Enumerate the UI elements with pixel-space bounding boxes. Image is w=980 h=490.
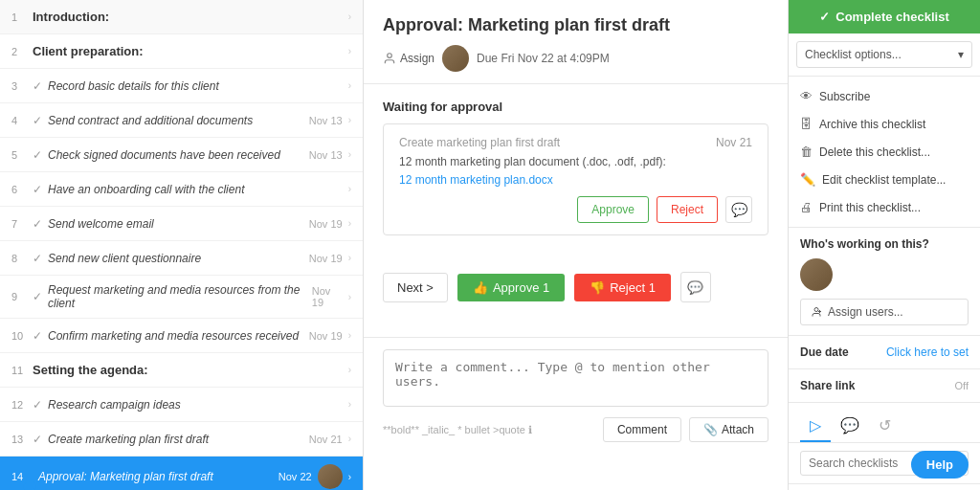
comment-toolbar: **bold** _italic_ * bullet >quote ℹ Comm… bbox=[383, 417, 768, 442]
who-section: Who's working on this? Assign users... bbox=[789, 228, 980, 336]
menu-item-icon: 🗄 bbox=[800, 117, 813, 131]
sidebar-item-4[interactable]: 4✓Send contract and additional documents… bbox=[0, 103, 363, 138]
sidebar-item-12[interactable]: 12✓Research campaign ideas› bbox=[0, 388, 363, 422]
chevron-down-icon: ▾ bbox=[958, 48, 964, 61]
sidebar-item-6[interactable]: 6✓Have an onboarding call with the clien… bbox=[0, 172, 363, 207]
help-button[interactable]: Help bbox=[911, 451, 969, 479]
waiting-title: Waiting for approval bbox=[383, 100, 768, 114]
main-header: Approval: Marketing plan first draft Ass… bbox=[364, 0, 788, 84]
format-hint: **bold** _italic_ * bullet >quote ℹ bbox=[383, 424, 532, 436]
reject-main-button[interactable]: 👎 Reject 1 bbox=[574, 274, 671, 301]
user-plus-icon bbox=[811, 306, 822, 318]
tab-history[interactable]: ↺ bbox=[869, 411, 901, 442]
item-label: Research campaign ideas bbox=[48, 398, 181, 412]
panel-menu-item-3[interactable]: ✏️Edit checklist template... bbox=[789, 166, 980, 193]
tab-comments[interactable]: 💬 bbox=[831, 411, 869, 442]
item-label: Setting the agenda: bbox=[33, 363, 148, 377]
sidebar-item-3[interactable]: 3✓Record basic details for this client› bbox=[0, 69, 363, 103]
item-date: Nov 13 bbox=[309, 149, 343, 161]
comment-actions: Comment 📎 Attach bbox=[603, 417, 768, 442]
share-off-value: Off bbox=[955, 380, 969, 391]
sidebar-item-9[interactable]: 9✓Request marketing and media resources … bbox=[0, 276, 363, 319]
item-date: Nov 19 bbox=[309, 330, 343, 342]
tab-activity[interactable]: ▷ bbox=[800, 411, 831, 442]
task-sidebar: 1Introduction:›2Client preparation:›3✓Re… bbox=[0, 0, 364, 490]
item-date: Nov 22 bbox=[278, 471, 312, 482]
comment-submit-button[interactable]: Comment bbox=[603, 417, 681, 442]
check-icon: ✓ bbox=[33, 148, 42, 162]
thumbs-up-icon: 👍 bbox=[473, 280, 488, 295]
comment-main-button[interactable]: 💬 bbox=[680, 272, 711, 302]
due-date-label: Due date bbox=[800, 345, 849, 359]
sidebar-item-5[interactable]: 5✓Check signed documents have been recei… bbox=[0, 138, 363, 172]
chevron-right-icon: › bbox=[348, 472, 351, 482]
panel-menu-item-2[interactable]: 🗑Delete this checklist... bbox=[789, 138, 980, 166]
main-content: Approval: Marketing plan first draft Ass… bbox=[364, 0, 789, 490]
menu-item-label: Delete this checklist... bbox=[819, 145, 930, 159]
item-number: 10 bbox=[11, 330, 33, 342]
sidebar-item-13[interactable]: 13✓Create marketing plan first draftNov … bbox=[0, 422, 363, 457]
item-content: ✓Send contract and additional documentsN… bbox=[33, 114, 343, 127]
item-content: ✓Have an onboarding call with the client bbox=[33, 183, 343, 196]
item-label: Create marketing plan first draft bbox=[48, 433, 209, 446]
item-content: ✓Send welcome emailNov 19 bbox=[33, 217, 343, 231]
panel-menu-item-0[interactable]: 👁Subscribe bbox=[789, 82, 980, 110]
comment-section: **bold** _italic_ * bullet >quote ℹ Comm… bbox=[364, 337, 788, 457]
due-date-set-link[interactable]: Click here to set bbox=[886, 345, 969, 359]
item-number: 1 bbox=[11, 11, 33, 23]
item-number: 12 bbox=[11, 399, 33, 411]
panel-menu-item-4[interactable]: 🖨Print this checklist... bbox=[789, 193, 980, 221]
right-panel: ✓ Complete checklist Checklist options..… bbox=[789, 0, 980, 490]
assign-users-button[interactable]: Assign users... bbox=[800, 299, 969, 325]
item-label: Approval: Marketing plan first draft bbox=[38, 470, 213, 483]
sidebar-item-10[interactable]: 10✓Confirm marketing and media resources… bbox=[0, 319, 363, 353]
complete-checklist-button[interactable]: ✓ Complete checklist bbox=[789, 0, 980, 33]
sidebar-item-1[interactable]: 1Introduction:› bbox=[0, 0, 363, 34]
item-content: ✓Research campaign ideas bbox=[33, 398, 343, 412]
complete-label: Complete checklist bbox=[835, 10, 949, 24]
item-number: 11 bbox=[11, 365, 33, 376]
check-icon: ✓ bbox=[33, 433, 42, 446]
working-user-avatar bbox=[800, 258, 833, 291]
panel-menu-item-1[interactable]: 🗄Archive this checklist bbox=[789, 110, 980, 138]
assign-button[interactable]: Assign bbox=[383, 52, 434, 65]
chevron-right-icon: › bbox=[348, 80, 351, 91]
item-label: Record basic details for this client bbox=[48, 79, 219, 93]
item-label: Send contract and additional documents bbox=[48, 114, 253, 127]
approve-small-button[interactable]: Approve bbox=[577, 196, 649, 223]
comment-small-button[interactable]: 💬 bbox=[725, 196, 752, 223]
sidebar-item-8[interactable]: 8✓Send new client questionnaireNov 19› bbox=[0, 241, 363, 276]
sidebar-item-2[interactable]: 2Client preparation:› bbox=[0, 34, 363, 69]
comment-input[interactable] bbox=[383, 349, 768, 407]
user-icon bbox=[383, 52, 396, 65]
sidebar-item-11[interactable]: 11Setting the agenda:› bbox=[0, 353, 363, 388]
item-content: Client preparation: bbox=[33, 44, 343, 58]
item-number: 4 bbox=[11, 115, 33, 126]
item-date: Nov 13 bbox=[309, 115, 343, 126]
attach-label: Attach bbox=[722, 423, 754, 436]
next-button[interactable]: Next > bbox=[383, 273, 448, 302]
checklist-options-button[interactable]: Checklist options... ▾ bbox=[796, 41, 972, 68]
checklist-options-label: Checklist options... bbox=[805, 48, 902, 61]
assignee-avatar bbox=[442, 45, 469, 72]
check-icon: ✓ bbox=[33, 217, 42, 231]
sidebar-item-7[interactable]: 7✓Send welcome emailNov 19› bbox=[0, 207, 363, 241]
approve-main-button[interactable]: 👍 Approve 1 bbox=[457, 274, 565, 301]
item-content: ✓Record basic details for this client bbox=[33, 79, 343, 93]
check-icon: ✓ bbox=[33, 398, 42, 412]
chevron-right-icon: › bbox=[348, 399, 351, 410]
approval-card-title-text: Create marketing plan first draft bbox=[399, 136, 560, 149]
due-date-text: Due Fri Nov 22 at 4:09PM bbox=[477, 52, 610, 65]
who-title: Who's working on this? bbox=[800, 237, 969, 251]
attach-button[interactable]: 📎 Attach bbox=[689, 417, 768, 442]
item-content: Introduction: bbox=[33, 10, 343, 24]
item-number: 6 bbox=[11, 184, 33, 195]
item-label: Check signed documents have been receive… bbox=[48, 148, 280, 162]
approval-card-link[interactable]: 12 month marketing plan.docx bbox=[399, 173, 553, 187]
approval-card-title[interactable]: Create marketing plan first draft Nov 21 bbox=[399, 136, 752, 149]
reject-small-button[interactable]: Reject bbox=[657, 196, 718, 223]
main-title: Approval: Marketing plan first draft bbox=[383, 15, 768, 35]
chevron-right-icon: › bbox=[348, 434, 351, 444]
sidebar-item-14[interactable]: 14Approval: Marketing plan first draftNo… bbox=[0, 457, 363, 490]
info-icon: ℹ bbox=[528, 424, 532, 435]
